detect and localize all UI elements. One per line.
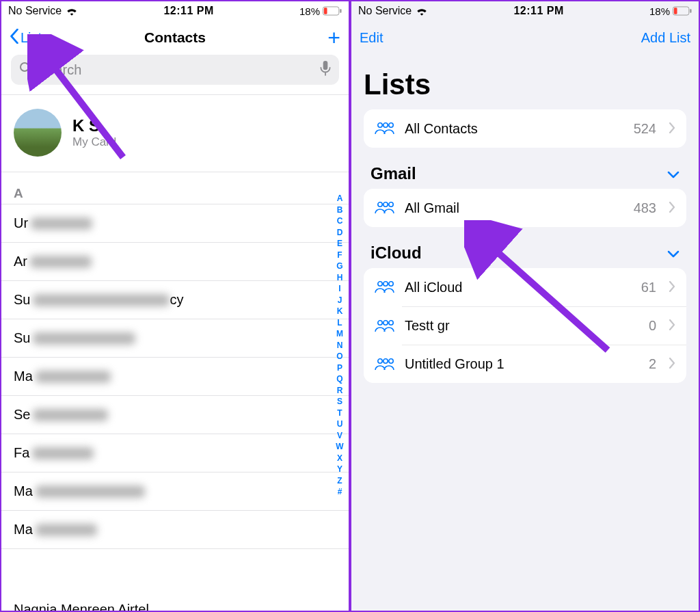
mic-icon[interactable] (320, 61, 331, 79)
index-letter[interactable]: D (337, 227, 343, 239)
battery-icon (673, 6, 692, 16)
my-card[interactable]: K S My Card (1, 94, 349, 172)
people-icon (375, 280, 395, 294)
chevron-down-icon (667, 164, 679, 183)
group-header[interactable]: iCloud (364, 227, 686, 268)
index-letter[interactable]: I (338, 283, 340, 295)
all-contacts-card: All Contacts 524 (364, 109, 686, 148)
my-card-sub: My Card (72, 135, 116, 149)
index-letter[interactable]: # (338, 486, 342, 498)
svg-rect-8 (674, 8, 677, 14)
list-count: 61 (641, 280, 656, 295)
carrier-text: No Service (358, 5, 412, 17)
index-letter[interactable]: J (338, 295, 342, 306)
chevron-left-icon (10, 29, 19, 46)
svg-rect-9 (690, 9, 691, 13)
index-letter[interactable]: W (336, 441, 343, 453)
index-letter[interactable]: F (337, 250, 342, 261)
index-letter[interactable]: C (337, 215, 343, 227)
list-count: 0 (649, 318, 656, 334)
chevron-right-icon (669, 200, 675, 216)
index-letter[interactable]: P (337, 362, 342, 374)
svg-point-22 (378, 358, 382, 362)
chevron-down-icon (667, 243, 679, 263)
section-header: A (1, 172, 349, 204)
index-letter[interactable]: Y (337, 464, 342, 475)
index-letter[interactable]: A (337, 193, 343, 204)
contact-row[interactable]: Ar (1, 243, 349, 281)
svg-point-12 (389, 123, 393, 127)
contact-row[interactable]: Ur (1, 204, 349, 243)
index-letter[interactable]: K (337, 306, 343, 317)
svg-point-19 (378, 320, 382, 324)
index-letter[interactable]: G (336, 261, 342, 272)
alphabet-index[interactable]: ABCDEFGHIJKLMNOPQRSTUVWXYZ# (334, 193, 346, 498)
people-icon (375, 122, 395, 135)
index-letter[interactable]: U (337, 418, 343, 430)
index-letter[interactable]: N (337, 340, 343, 351)
battery-percent: 18% (649, 5, 670, 17)
battery-percent: 18% (299, 5, 320, 17)
list-row[interactable]: Untitled Group 12 (402, 345, 686, 383)
add-contact-button[interactable]: + (327, 25, 340, 50)
battery-icon (323, 6, 342, 16)
wifi-icon (66, 6, 78, 16)
search-icon (19, 62, 33, 78)
my-card-name: K S (72, 116, 116, 135)
index-letter[interactable]: V (337, 430, 342, 442)
list-label: All iCloud (405, 280, 632, 295)
svg-point-14 (383, 202, 388, 207)
chevron-right-icon (669, 121, 675, 137)
svg-point-20 (383, 320, 388, 324)
page-title: Lists (351, 55, 699, 109)
index-letter[interactable]: M (336, 328, 343, 340)
svg-point-15 (389, 202, 393, 207)
list-row[interactable]: All iCloud61 (364, 268, 686, 306)
edit-button[interactable]: Edit (360, 30, 383, 46)
list-label: All Gmail (405, 200, 624, 216)
back-button[interactable]: Lists (10, 29, 49, 46)
svg-point-10 (378, 123, 382, 127)
index-letter[interactable]: Z (337, 475, 342, 487)
index-letter[interactable]: O (336, 351, 342, 362)
list-row[interactable]: All Gmail483 (364, 189, 686, 227)
contact-row[interactable]: Su (1, 319, 349, 358)
index-letter[interactable]: X (337, 453, 342, 464)
svg-rect-2 (340, 9, 341, 13)
search-input[interactable] (38, 62, 314, 78)
svg-point-23 (383, 358, 388, 362)
contact-row[interactable]: Sucy (1, 281, 349, 319)
index-letter[interactable]: H (337, 272, 343, 284)
index-letter[interactable]: R (337, 385, 343, 397)
index-letter[interactable]: L (337, 317, 342, 329)
status-time: 12:11 PM (163, 5, 213, 17)
status-time: 12:11 PM (513, 5, 563, 17)
index-letter[interactable]: T (337, 408, 342, 419)
contact-row[interactable]: Fa (1, 434, 349, 473)
index-letter[interactable]: B (337, 204, 343, 216)
contact-list[interactable]: UrArSucySuMaSeFaMaMa (1, 204, 349, 549)
list-row[interactable]: Testt gr0 (402, 306, 686, 345)
nav-bar: Edit Add List (351, 21, 699, 55)
index-letter[interactable]: E (337, 238, 342, 250)
svg-point-17 (383, 282, 388, 286)
search-field[interactable] (11, 55, 339, 85)
index-letter[interactable]: S (337, 396, 342, 408)
group-name: iCloud (371, 243, 422, 263)
svg-line-4 (28, 70, 31, 74)
group-header[interactable]: Gmail (364, 148, 686, 189)
list-count: 483 (634, 200, 656, 216)
index-letter[interactable]: Q (336, 373, 342, 385)
contact-row[interactable]: Ma (1, 358, 349, 396)
svg-rect-5 (323, 61, 328, 70)
people-icon (364, 319, 395, 333)
add-list-button[interactable]: Add List (641, 30, 690, 46)
svg-point-13 (378, 202, 382, 207)
people-icon (364, 358, 395, 371)
contact-row[interactable]: Se (1, 396, 349, 434)
contact-row[interactable]: Nagnia Menreen Airtel (14, 602, 149, 612)
contact-row[interactable]: Ma (1, 473, 349, 511)
list-label: Untitled Group 1 (405, 356, 639, 372)
all-contacts-row[interactable]: All Contacts 524 (364, 109, 686, 148)
contact-row[interactable]: Ma (1, 511, 349, 549)
